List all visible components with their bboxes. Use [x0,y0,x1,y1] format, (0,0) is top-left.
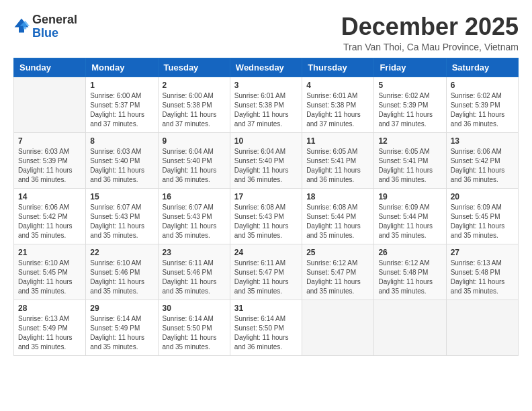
calendar-day-cell: 5Sunrise: 6:02 AMSunset: 5:39 PMDaylight… [374,77,446,132]
calendar-day-cell: 17Sunrise: 6:08 AMSunset: 5:43 PMDayligh… [230,188,302,244]
day-info: Sunrise: 6:10 AMSunset: 5:46 PMDaylight:… [90,259,153,296]
day-number: 24 [234,248,298,257]
day-number: 2 [163,81,226,90]
day-info: Sunrise: 6:04 AMSunset: 5:40 PMDaylight:… [163,147,226,185]
calendar-day-cell: 22Sunrise: 6:10 AMSunset: 5:46 PMDayligh… [86,244,158,300]
day-number: 14 [18,192,81,201]
day-number: 21 [18,248,81,257]
calendar-day-cell: 28Sunrise: 6:13 AMSunset: 5:49 PMDayligh… [14,300,86,355]
logo: General Blue [13,13,77,40]
day-number: 18 [306,192,369,201]
calendar-week-3: 14Sunrise: 6:06 AMSunset: 5:42 PMDayligh… [14,188,519,244]
calendar-day-cell: 24Sunrise: 6:11 AMSunset: 5:47 PMDayligh… [230,244,302,300]
day-number: 30 [163,304,226,313]
calendar-day-cell: 3Sunrise: 6:01 AMSunset: 5:38 PMDaylight… [230,77,302,132]
day-number: 9 [163,136,226,146]
day-info: Sunrise: 6:12 AMSunset: 5:47 PMDaylight:… [306,259,369,296]
calendar-day-cell: 19Sunrise: 6:09 AMSunset: 5:44 PMDayligh… [374,188,446,244]
calendar-day-cell: 12Sunrise: 6:05 AMSunset: 5:41 PMDayligh… [374,132,446,188]
calendar-day-cell: 9Sunrise: 6:04 AMSunset: 5:40 PMDaylight… [158,132,230,188]
day-info: Sunrise: 6:07 AMSunset: 5:43 PMDaylight:… [90,203,153,240]
day-number: 4 [306,81,369,90]
day-info: Sunrise: 6:13 AMSunset: 5:49 PMDaylight:… [18,314,81,352]
calendar-day-cell: 23Sunrise: 6:11 AMSunset: 5:46 PMDayligh… [158,244,230,300]
day-number: 20 [451,192,514,201]
day-number: 29 [90,304,153,313]
logo-icon [13,17,30,34]
calendar-day-cell: 6Sunrise: 6:02 AMSunset: 5:39 PMDaylight… [446,77,518,132]
day-number: 27 [451,248,514,257]
day-number: 19 [378,192,441,201]
calendar-week-4: 21Sunrise: 6:10 AMSunset: 5:45 PMDayligh… [14,244,519,300]
day-number: 6 [451,81,514,90]
day-info: Sunrise: 6:08 AMSunset: 5:44 PMDaylight:… [306,203,369,240]
day-info: Sunrise: 6:06 AMSunset: 5:42 PMDaylight:… [451,147,514,185]
day-info: Sunrise: 6:03 AMSunset: 5:40 PMDaylight:… [90,147,153,185]
page-header: General Blue December 2025 Tran Van Thoi… [13,13,519,52]
calendar-day-cell: 27Sunrise: 6:13 AMSunset: 5:48 PMDayligh… [446,244,518,300]
weekday-header-tuesday: Tuesday [158,58,230,77]
day-number: 5 [378,81,441,90]
calendar-header-row: SundayMondayTuesdayWednesdayThursdayFrid… [14,58,519,77]
day-info: Sunrise: 6:01 AMSunset: 5:38 PMDaylight:… [306,91,369,129]
day-number: 23 [163,248,226,257]
weekday-header-sunday: Sunday [14,58,86,77]
calendar-table: SundayMondayTuesdayWednesdayThursdayFrid… [13,58,519,356]
calendar-day-cell: 14Sunrise: 6:06 AMSunset: 5:42 PMDayligh… [14,188,86,244]
day-info: Sunrise: 6:00 AMSunset: 5:37 PMDaylight:… [90,91,153,129]
calendar-day-cell: 15Sunrise: 6:07 AMSunset: 5:43 PMDayligh… [86,188,158,244]
day-number: 22 [90,248,153,257]
day-number: 28 [18,304,81,313]
calendar-day-cell [374,300,446,355]
day-info: Sunrise: 6:06 AMSunset: 5:42 PMDaylight:… [18,203,81,240]
calendar-day-cell [446,300,518,355]
calendar-day-cell: 20Sunrise: 6:09 AMSunset: 5:45 PMDayligh… [446,188,518,244]
day-info: Sunrise: 6:14 AMSunset: 5:50 PMDaylight:… [234,314,298,352]
day-info: Sunrise: 6:09 AMSunset: 5:45 PMDaylight:… [451,203,514,240]
calendar-day-cell: 11Sunrise: 6:05 AMSunset: 5:41 PMDayligh… [302,132,374,188]
day-number: 11 [306,136,369,146]
calendar-day-cell [302,300,374,355]
day-number: 25 [306,248,369,257]
day-info: Sunrise: 6:07 AMSunset: 5:43 PMDaylight:… [163,203,226,240]
calendar-day-cell: 21Sunrise: 6:10 AMSunset: 5:45 PMDayligh… [14,244,86,300]
day-number: 15 [90,192,153,201]
day-number: 31 [234,304,298,313]
calendar-day-cell [14,77,86,132]
logo-general: General [32,13,77,27]
calendar-week-1: 1Sunrise: 6:00 AMSunset: 5:37 PMDaylight… [14,77,519,132]
day-info: Sunrise: 6:02 AMSunset: 5:39 PMDaylight:… [378,91,441,129]
calendar-day-cell: 7Sunrise: 6:03 AMSunset: 5:39 PMDaylight… [14,132,86,188]
day-info: Sunrise: 6:14 AMSunset: 5:50 PMDaylight:… [163,314,226,352]
calendar-day-cell: 16Sunrise: 6:07 AMSunset: 5:43 PMDayligh… [158,188,230,244]
title-area: December 2025 Tran Van Thoi, Ca Mau Prov… [341,13,519,52]
day-number: 12 [378,136,441,146]
calendar-day-cell: 2Sunrise: 6:00 AMSunset: 5:38 PMDaylight… [158,77,230,132]
day-number: 17 [234,192,298,201]
day-info: Sunrise: 6:00 AMSunset: 5:38 PMDaylight:… [163,91,226,129]
day-number: 10 [234,136,298,146]
day-info: Sunrise: 6:14 AMSunset: 5:49 PMDaylight:… [90,314,153,352]
day-info: Sunrise: 6:08 AMSunset: 5:43 PMDaylight:… [234,203,298,240]
day-number: 26 [378,248,441,257]
weekday-header-monday: Monday [86,58,158,77]
day-info: Sunrise: 6:05 AMSunset: 5:41 PMDaylight:… [306,147,369,185]
calendar-day-cell: 18Sunrise: 6:08 AMSunset: 5:44 PMDayligh… [302,188,374,244]
calendar-day-cell: 26Sunrise: 6:12 AMSunset: 5:48 PMDayligh… [374,244,446,300]
day-number: 1 [90,81,153,90]
day-info: Sunrise: 6:02 AMSunset: 5:39 PMDaylight:… [451,91,514,129]
calendar-week-2: 7Sunrise: 6:03 AMSunset: 5:39 PMDaylight… [14,132,519,188]
day-info: Sunrise: 6:13 AMSunset: 5:48 PMDaylight:… [451,259,514,296]
calendar-day-cell: 25Sunrise: 6:12 AMSunset: 5:47 PMDayligh… [302,244,374,300]
weekday-header-friday: Friday [374,58,446,77]
calendar-week-5: 28Sunrise: 6:13 AMSunset: 5:49 PMDayligh… [14,300,519,355]
weekday-header-thursday: Thursday [302,58,374,77]
logo-blue: Blue [32,27,77,40]
day-info: Sunrise: 6:01 AMSunset: 5:38 PMDaylight:… [234,91,298,129]
calendar-day-cell: 8Sunrise: 6:03 AMSunset: 5:40 PMDaylight… [86,132,158,188]
day-info: Sunrise: 6:05 AMSunset: 5:41 PMDaylight:… [378,147,441,185]
day-number: 3 [234,81,298,90]
calendar-day-cell: 13Sunrise: 6:06 AMSunset: 5:42 PMDayligh… [446,132,518,188]
calendar-day-cell: 31Sunrise: 6:14 AMSunset: 5:50 PMDayligh… [230,300,302,355]
day-info: Sunrise: 6:11 AMSunset: 5:47 PMDaylight:… [234,259,298,296]
